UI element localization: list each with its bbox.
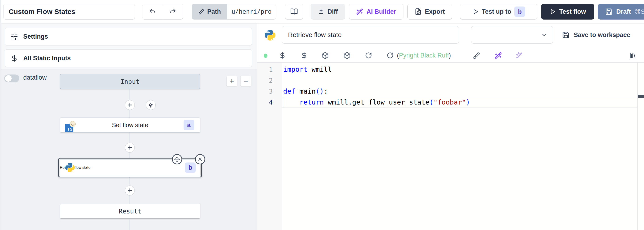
ai-builder-button[interactable]: AI Builder: [349, 4, 404, 20]
panel-resize-handle[interactable]: [256, 24, 257, 230]
dollar-icon[interactable]: [300, 52, 308, 59]
worker-tag-select[interactable]: [471, 26, 553, 44]
code-content[interactable]: import wmilldef main(): return wmill.get…: [282, 64, 644, 108]
all-static-inputs-label: All Static Inputs: [23, 55, 71, 62]
diff-icon: [318, 8, 324, 15]
code-line[interactable]: return wmill.get_flow_user_state("foobar…: [282, 97, 644, 108]
play-icon: [549, 8, 556, 15]
redo-button[interactable]: [163, 4, 183, 19]
editor-scrollbar-track[interactable]: [637, 63, 638, 230]
ai-builder-label: AI Builder: [366, 8, 396, 15]
toggle-knob: [5, 75, 12, 82]
insert-step-button[interactable]: [125, 143, 135, 152]
line-number: 3: [257, 86, 282, 97]
step-name-input[interactable]: [282, 26, 459, 44]
step-b-label: Retrieve flow state: [60, 165, 90, 170]
undo-redo-group: [142, 4, 183, 20]
step-editor-panel: Save to workspace: [257, 24, 644, 230]
python-icon: [265, 30, 276, 41]
path-value[interactable]: u/henri/pro: [227, 4, 276, 19]
path-label: Path: [207, 8, 221, 15]
step-a-label: Set flow state: [60, 122, 200, 129]
save-icon: [562, 31, 570, 39]
code-editor[interactable]: 1234 import wmilldef main(): return wmil…: [257, 63, 644, 230]
save-icon: [605, 8, 612, 15]
delete-step-button[interactable]: [195, 154, 205, 164]
package-icon[interactable]: [322, 52, 329, 59]
add-trigger-button[interactable]: [146, 100, 156, 110]
result-node-label: Result: [119, 208, 142, 215]
dollar-icon: [11, 55, 18, 62]
line-number: 1: [257, 64, 282, 75]
file-braces-icon: [414, 8, 422, 15]
input-node-label: Input: [120, 78, 139, 85]
zoom-in-button[interactable]: +: [226, 76, 237, 87]
insert-step-button[interactable]: [125, 185, 135, 195]
dataflow-toggle[interactable]: [4, 75, 19, 82]
text-cursor: [283, 98, 284, 107]
diff-button[interactable]: Diff: [310, 4, 345, 20]
format-brush-icon[interactable]: [473, 52, 480, 59]
flow-editor-window: Path u/henri/pro Diff AI Builder: [0, 0, 644, 230]
code-line[interactable]: [282, 75, 644, 86]
step-b-id-badge: b: [185, 162, 196, 173]
docs-button[interactable]: [285, 4, 303, 20]
dataflow-toggle-label: dataflow: [23, 74, 47, 81]
diff-label: Diff: [328, 8, 338, 15]
pencil-icon: [198, 9, 204, 15]
flow-node-set-flow-state[interactable]: TS Set flow state a: [60, 118, 200, 132]
window-edge: [0, 0, 2, 230]
test-flow-label: Test flow: [559, 8, 586, 15]
all-static-inputs-button[interactable]: All Static Inputs: [5, 49, 252, 67]
save-to-workspace-button[interactable]: Save to workspace: [562, 28, 630, 42]
redo-icon: [170, 8, 176, 15]
sliders-icon: [11, 33, 18, 40]
flow-name-input[interactable]: [3, 4, 135, 20]
dollar-icon[interactable]: [279, 52, 286, 59]
test-up-to-label: Test up to: [482, 8, 512, 15]
code-line[interactable]: import wmill: [282, 64, 644, 75]
undo-icon: [149, 8, 156, 15]
insert-step-button[interactable]: [125, 100, 135, 110]
settings-label: Settings: [23, 33, 48, 40]
save-to-workspace-label: Save to workspace: [574, 32, 630, 39]
flow-node-result[interactable]: Result: [60, 204, 200, 218]
line-number: 4: [257, 97, 282, 108]
lsp-status-dot: [263, 54, 268, 58]
test-up-to-button[interactable]: Test up to b: [460, 4, 537, 20]
flow-node-input[interactable]: Input: [60, 74, 200, 89]
lsp-assistants-text: (Pyright Black Ruff): [397, 52, 451, 59]
flow-graph-panel: Settings All Static Inputs dataflow + − …: [0, 24, 256, 230]
draft-shortcut: ⌘S: [635, 8, 644, 15]
book-open-icon: [290, 8, 298, 15]
scrollbar-cursor-marker: [638, 95, 644, 98]
draft-save-button[interactable]: Draft ⌘S: [598, 4, 644, 20]
line-number: 2: [257, 75, 282, 86]
reload-icon[interactable]: [387, 52, 394, 59]
draft-label: Draft: [616, 8, 631, 15]
step-a-id-badge: a: [184, 120, 194, 130]
ai-wand-icon[interactable]: [495, 52, 502, 59]
path-control[interactable]: Path u/henri/pro: [192, 4, 276, 20]
flow-graph-canvas[interactable]: dataflow + − Input TS Set flow state: [0, 69, 256, 230]
top-toolbar: Path u/henri/pro Diff AI Builder: [0, 0, 644, 24]
move-step-button[interactable]: [172, 154, 182, 164]
sparkles-icon[interactable]: [516, 52, 523, 59]
test-flow-button[interactable]: Test flow: [541, 4, 594, 20]
editor-toolbar: (Pyright Black Ruff): [257, 49, 644, 62]
code-line[interactable]: def main():: [282, 86, 644, 97]
package-icon[interactable]: [344, 52, 350, 59]
library-icon[interactable]: [629, 52, 636, 59]
python-icon: [66, 163, 75, 172]
path-button[interactable]: Path: [192, 4, 227, 19]
chevron-down-icon: [541, 32, 548, 38]
reload-icon[interactable]: [365, 52, 372, 59]
export-button[interactable]: Export: [408, 4, 452, 20]
settings-button[interactable]: Settings: [5, 28, 252, 45]
play-icon: [472, 8, 478, 15]
zoom-out-button[interactable]: −: [240, 76, 251, 87]
wand-sparkles-icon: [356, 8, 363, 15]
export-label: Export: [425, 8, 445, 15]
line-number-gutter: 1234: [257, 63, 282, 230]
undo-button[interactable]: [142, 4, 163, 19]
